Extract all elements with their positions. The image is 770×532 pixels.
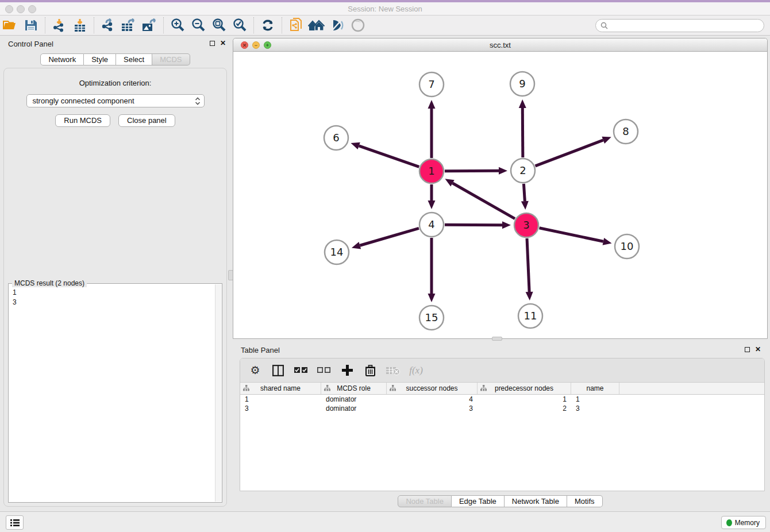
- float-table-panel-icon[interactable]: [745, 347, 750, 352]
- select-all-icon[interactable]: [291, 361, 311, 380]
- table-cell[interactable]: 4: [387, 395, 478, 404]
- zoom-fit-icon[interactable]: [209, 17, 229, 34]
- tab-style[interactable]: Style: [84, 53, 116, 65]
- tab-network[interactable]: Network: [40, 53, 84, 65]
- deselect-all-icon[interactable]: [314, 361, 334, 380]
- table-cell[interactable]: 3: [387, 404, 478, 413]
- column-header-successor-nodes[interactable]: successor nodes: [387, 383, 478, 394]
- settings-gear-icon[interactable]: ⚙: [245, 361, 265, 380]
- edge-4-14[interactable]: [360, 228, 419, 245]
- edge-3-10[interactable]: [540, 228, 603, 242]
- zoom-selected-icon[interactable]: [229, 17, 250, 34]
- edge-arrowhead: [499, 167, 507, 175]
- hide-panels-icon[interactable]: [327, 17, 348, 34]
- tab-node-table[interactable]: Node Table: [398, 495, 452, 507]
- edge-4-3[interactable]: [445, 225, 502, 225]
- table-cell[interactable]: 1: [240, 395, 321, 404]
- tab-select[interactable]: Select: [116, 53, 152, 65]
- zoom-out-icon[interactable]: [188, 17, 209, 34]
- toolbar-separator: [94, 17, 94, 33]
- show-column-icon[interactable]: [268, 361, 288, 380]
- toolbar-separator: [282, 17, 282, 33]
- edge-1-6[interactable]: [359, 146, 419, 167]
- table-body: 1dominator4113dominator323: [240, 395, 764, 413]
- search-input[interactable]: [611, 22, 764, 30]
- export-network-icon[interactable]: [98, 17, 118, 34]
- table-cell[interactable]: 3: [571, 404, 619, 413]
- table-cell[interactable]: dominator: [321, 404, 387, 413]
- node-label-7: 7: [428, 78, 434, 90]
- eye-icon[interactable]: [348, 17, 368, 34]
- table-tabs: Node TableEdge TableNetwork TableMotifs: [233, 495, 768, 507]
- edge-arrowhead: [519, 99, 526, 108]
- memory-button[interactable]: Memory: [721, 516, 766, 529]
- toolbar-separator: [45, 17, 45, 33]
- export-image-icon[interactable]: [139, 17, 160, 34]
- edge-arrowhead: [428, 294, 436, 302]
- shared-column-icon: [243, 385, 249, 391]
- optimization-criterion-label: Optimization criterion:: [4, 79, 226, 87]
- search-field[interactable]: [595, 19, 764, 32]
- column-header-predecessor-nodes[interactable]: predecessor nodes: [478, 383, 571, 394]
- edge-2-3[interactable]: [523, 184, 525, 201]
- edge-arrowhead: [352, 242, 361, 249]
- table-toolbar: ⚙ f(x): [240, 358, 764, 383]
- zoom-in-icon[interactable]: [167, 17, 188, 34]
- tab-mcds[interactable]: MCDS: [152, 53, 190, 65]
- node-label-3: 3: [523, 219, 529, 231]
- import-table-icon[interactable]: [70, 17, 90, 34]
- column-header-MCDS-role[interactable]: MCDS role: [321, 383, 387, 394]
- column-header-label: MCDS role: [337, 384, 371, 392]
- float-panel-icon[interactable]: [210, 41, 215, 46]
- optimization-criterion-select[interactable]: strongly connected component: [26, 94, 205, 107]
- node-label-9: 9: [519, 78, 525, 90]
- mcds-panel: Optimization criterion: strongly connect…: [3, 68, 227, 507]
- control-panel: Control Panel ✕ NetworkStyleSelectMCDS O…: [0, 36, 230, 511]
- edge-2-8[interactable]: [536, 140, 603, 166]
- delete-row-icon[interactable]: [360, 361, 380, 380]
- function-builder-icon[interactable]: f(x): [406, 361, 426, 380]
- edge-arrowhead: [521, 201, 529, 210]
- delete-table-icon[interactable]: [383, 361, 403, 380]
- close-panel-button[interactable]: Close panel: [118, 114, 175, 127]
- export-table-icon[interactable]: [118, 17, 139, 34]
- table-cell[interactable]: 1: [478, 395, 571, 404]
- edge-3-1[interactable]: [452, 183, 515, 219]
- show-all-networks-icon[interactable]: [306, 17, 327, 34]
- table-cell[interactable]: 2: [478, 404, 571, 413]
- table-cell[interactable]: 1: [571, 395, 619, 404]
- tab-motifs[interactable]: Motifs: [567, 495, 603, 507]
- save-session-icon[interactable]: [21, 17, 41, 34]
- duplicate-network-icon[interactable]: [286, 17, 306, 34]
- network-canvas[interactable]: 7968124314101511: [233, 52, 767, 338]
- close-panel-icon[interactable]: ✕: [220, 40, 226, 46]
- column-header-name[interactable]: name: [571, 383, 619, 394]
- column-header-shared-name[interactable]: shared name: [240, 383, 321, 394]
- network-window-titlebar[interactable]: ✕ − + scc.txt: [233, 38, 767, 52]
- view-resize-grip[interactable]: [492, 337, 502, 341]
- table-cell[interactable]: dominator: [321, 395, 387, 404]
- import-network-icon[interactable]: [49, 17, 70, 34]
- node-label-14: 14: [330, 246, 344, 258]
- edge-2-9[interactable]: [522, 108, 523, 157]
- open-file-icon[interactable]: [0, 17, 21, 34]
- task-history-button[interactable]: [6, 515, 24, 530]
- add-row-icon[interactable]: [337, 361, 357, 380]
- table-header-row: shared nameMCDS rolesuccessor nodesprede…: [240, 383, 764, 395]
- window-titlebar: Session: New Session: [0, 0, 770, 16]
- result-scrollbar[interactable]: [215, 284, 221, 502]
- shared-column-icon: [480, 385, 487, 391]
- tab-edge-table[interactable]: Edge Table: [452, 495, 505, 507]
- memory-label: Memory: [735, 519, 760, 527]
- edge-arrowhead: [526, 292, 533, 300]
- table-row[interactable]: 3dominator323: [240, 404, 764, 413]
- edge-3-11[interactable]: [527, 238, 529, 292]
- table-row[interactable]: 1dominator411: [240, 395, 764, 404]
- tab-network-table[interactable]: Network Table: [505, 495, 567, 507]
- table-cell[interactable]: 3: [240, 404, 321, 413]
- close-table-panel-icon[interactable]: ✕: [755, 346, 761, 352]
- edge-1-2[interactable]: [445, 171, 499, 171]
- run-mcds-button[interactable]: Run MCDS: [55, 114, 110, 127]
- refresh-layout-icon[interactable]: [257, 17, 278, 34]
- node-label-6: 6: [333, 132, 339, 144]
